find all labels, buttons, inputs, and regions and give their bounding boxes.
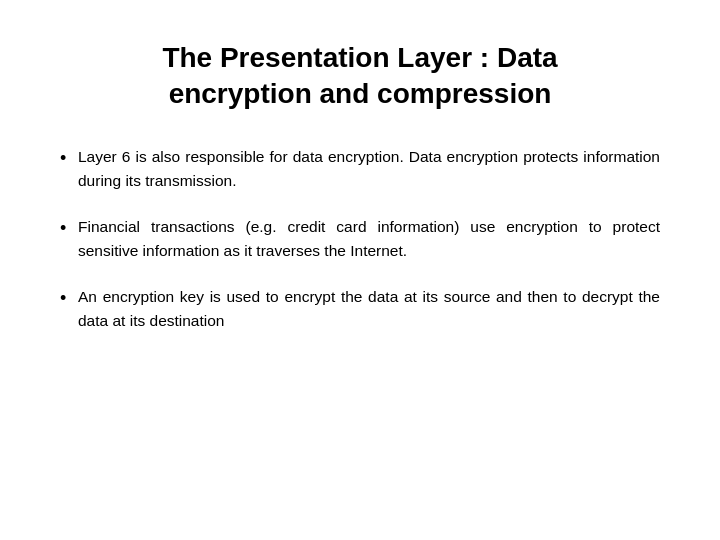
bullet-list: • Layer 6 is also responsible for data e… — [60, 145, 660, 333]
title-line1: The Presentation Layer : Data — [162, 42, 557, 73]
content-block: • Layer 6 is also responsible for data e… — [60, 145, 660, 500]
title-block: The Presentation Layer : Data encryption… — [60, 40, 660, 113]
bullet-text-2: Financial transactions (e.g. credit card… — [78, 215, 660, 263]
slide-container: The Presentation Layer : Data encryption… — [0, 0, 720, 540]
bullet-dot: • — [60, 216, 78, 241]
title-line2: encryption and compression — [169, 78, 552, 109]
bullet-text-3: An encryption key is used to encrypt the… — [78, 285, 660, 333]
bullet-text-1: Layer 6 is also responsible for data enc… — [78, 145, 660, 193]
list-item: • Financial transactions (e.g. credit ca… — [60, 215, 660, 263]
list-item: • An encryption key is used to encrypt t… — [60, 285, 660, 333]
bullet-dot: • — [60, 146, 78, 171]
list-item: • Layer 6 is also responsible for data e… — [60, 145, 660, 193]
bullet-dot: • — [60, 286, 78, 311]
slide-title: The Presentation Layer : Data encryption… — [60, 40, 660, 113]
